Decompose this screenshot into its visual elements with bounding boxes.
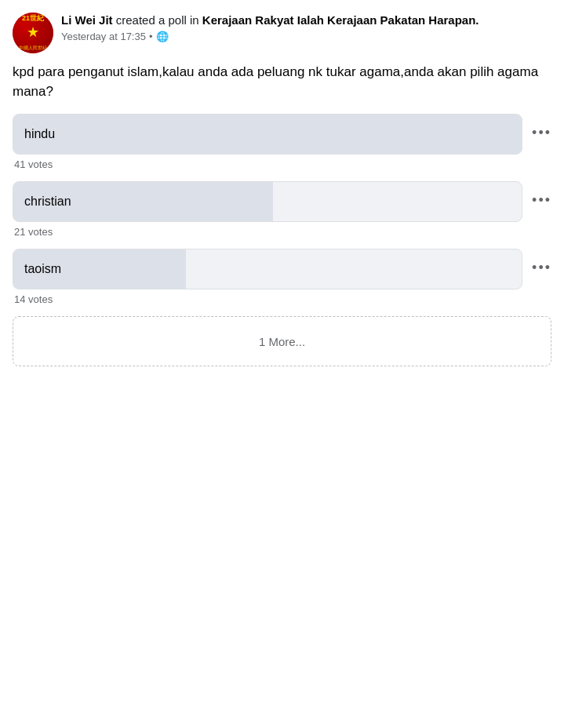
poll-bar-hindu[interactable]: hindu bbox=[13, 114, 522, 155]
post-text: kpd para penganut islam,kalau anda ada p… bbox=[13, 64, 538, 99]
poll-more-button[interactable]: 1 More... bbox=[13, 316, 551, 366]
poll-dots-taoism[interactable]: ••• bbox=[532, 260, 551, 276]
poll-label-christian: christian bbox=[24, 195, 71, 209]
globe-icon: 🌐 bbox=[156, 31, 169, 42]
poll-bar-christian[interactable]: christian bbox=[13, 181, 522, 222]
post-header: 21世紀 ★ 中國人民世紀 Li Wei Jit created a poll … bbox=[13, 13, 551, 53]
username[interactable]: Li Wei Jit bbox=[61, 13, 113, 27]
timestamp: Yesterday at 17:35 bbox=[61, 31, 146, 42]
avatar-bottom-text: 中國人民世紀 bbox=[19, 46, 47, 50]
post-title: Li Wei Jit created a poll in Kerajaan Ra… bbox=[61, 13, 551, 28]
meta-dot: • bbox=[149, 31, 153, 42]
action-text: created a poll in bbox=[116, 13, 199, 27]
group-name[interactable]: Kerajaan Rakyat Ialah Kerajaan Pakatan H… bbox=[202, 13, 479, 27]
post-meta: Yesterday at 17:35 • 🌐 bbox=[61, 31, 551, 42]
post-body: kpd para penganut islam,kalau anda ada p… bbox=[13, 63, 551, 101]
avatar[interactable]: 21世紀 ★ 中國人民世紀 bbox=[13, 13, 53, 53]
post-header-text: Li Wei Jit created a poll in Kerajaan Ra… bbox=[61, 13, 551, 42]
avatar-top-text: 21世紀 bbox=[13, 15, 53, 23]
poll-votes-taoism: 14 votes bbox=[13, 293, 522, 305]
poll-label-hindu: hindu bbox=[24, 127, 55, 141]
poll-dots-hindu[interactable]: ••• bbox=[532, 125, 551, 141]
poll-option-christian: christian 21 votes ••• bbox=[13, 181, 551, 238]
poll-container: hindu 41 votes ••• christian bbox=[13, 114, 551, 366]
avatar-star: ★ bbox=[27, 24, 39, 41]
post-container: 21世紀 ★ 中國人民世紀 Li Wei Jit created a poll … bbox=[0, 0, 564, 366]
poll-votes-christian: 21 votes bbox=[13, 226, 522, 238]
poll-dots-christian[interactable]: ••• bbox=[532, 192, 551, 209]
poll-more-label: 1 More... bbox=[259, 335, 305, 348]
poll-votes-hindu: 41 votes bbox=[13, 158, 522, 170]
poll-option-taoism: taoism 14 votes ••• bbox=[13, 249, 551, 305]
poll-option-hindu: hindu 41 votes ••• bbox=[13, 114, 551, 170]
poll-label-taoism: taoism bbox=[24, 262, 61, 276]
poll-bar-taoism[interactable]: taoism bbox=[13, 249, 522, 289]
